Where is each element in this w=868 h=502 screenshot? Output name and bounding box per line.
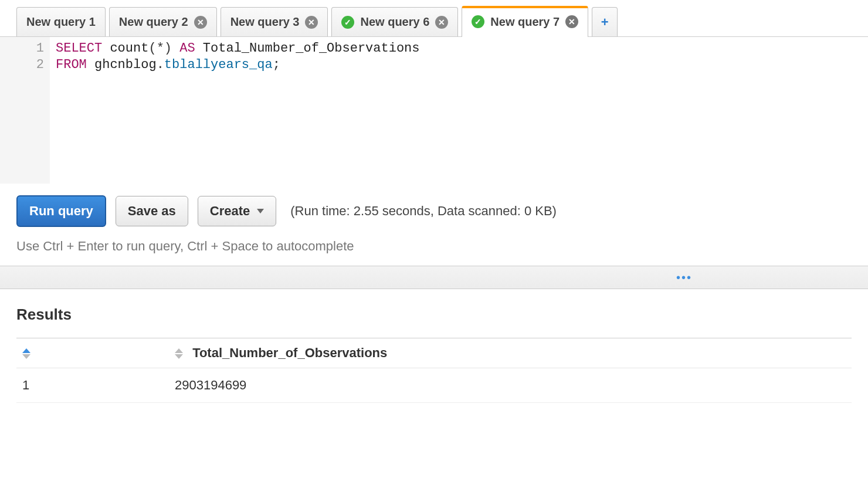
close-icon[interactable]: ✕ [194, 16, 207, 29]
tab-new-query-1[interactable]: New query 1 [16, 7, 106, 36]
table-row[interactable]: 1 2903194699 [16, 368, 852, 403]
db-name: ghcnblog [94, 57, 157, 72]
run-query-button[interactable]: Run query [16, 195, 106, 227]
alias: Total_Number_of_Observations [203, 41, 420, 56]
star: * [157, 41, 164, 56]
tab-label: New query 1 [26, 15, 96, 29]
fn-count: count [110, 41, 148, 56]
editor-gutter: 1 2 [0, 37, 50, 184]
toolbar: Run query Save as Create (Run time: 2.55… [0, 184, 868, 233]
query-editor[interactable]: 1 2 SELECT count(*) AS Total_Number_of_O… [0, 37, 868, 184]
tabs-row: New query 1 New query 2 ✕ New query 3 ✕ … [0, 0, 868, 37]
add-tab-button[interactable]: + [592, 7, 618, 36]
paren-close: ) [164, 41, 172, 56]
tab-label: New query 3 [230, 15, 300, 29]
semicolon: ; [273, 57, 280, 72]
results-heading: Results [16, 306, 852, 324]
check-icon: ✓ [472, 15, 484, 28]
kw-from: FROM [56, 57, 87, 72]
sort-icon[interactable] [175, 348, 183, 359]
row-number-header[interactable] [16, 338, 169, 368]
sort-icon[interactable] [22, 348, 30, 359]
line-number: 1 [0, 40, 44, 57]
check-icon: ✓ [341, 16, 354, 29]
plus-icon: + [601, 15, 609, 30]
tab-new-query-7[interactable]: ✓ New query 7 ✕ [462, 6, 588, 37]
tab-label: New query 2 [119, 15, 188, 29]
chevron-down-icon [257, 209, 264, 213]
dot: . [157, 57, 164, 72]
kw-select: SELECT [56, 41, 102, 56]
kw-as: AS [179, 41, 195, 56]
close-icon[interactable]: ✕ [565, 15, 578, 28]
table-header-row: Total_Number_of_Observations [16, 338, 852, 368]
shortcut-hint: Use Ctrl + Enter to run query, Ctrl + Sp… [0, 233, 868, 266]
panel-divider[interactable]: ••• [0, 266, 868, 289]
tab-new-query-2[interactable]: New query 2 ✕ [109, 7, 217, 36]
data-cell: 2903194699 [169, 368, 852, 403]
save-as-button[interactable]: Save as [116, 196, 188, 226]
table-name: tblallyears_qa [164, 57, 273, 72]
close-icon[interactable]: ✕ [435, 16, 448, 29]
run-status-text: (Run time: 2.55 seconds, Data scanned: 0… [290, 203, 557, 219]
column-header[interactable]: Total_Number_of_Observations [169, 338, 852, 368]
editor-content[interactable]: SELECT count(*) AS Total_Number_of_Obser… [50, 37, 868, 184]
column-label: Total_Number_of_Observations [192, 345, 387, 360]
create-button[interactable]: Create [198, 196, 276, 226]
close-icon[interactable]: ✕ [305, 16, 318, 29]
tab-label: New query 7 [490, 15, 560, 29]
results-table: Total_Number_of_Observations 1 290319469… [16, 338, 852, 403]
drag-handle-icon[interactable]: ••• [676, 272, 692, 283]
paren-open: ( [148, 41, 156, 56]
tab-new-query-6[interactable]: ✓ New query 6 ✕ [331, 7, 458, 36]
line-number: 2 [0, 57, 44, 73]
create-label: Create [210, 203, 250, 219]
row-number-cell: 1 [16, 368, 169, 403]
results-section: Results Total_Number_of_Observations 1 2… [0, 289, 868, 419]
tab-new-query-3[interactable]: New query 3 ✕ [221, 7, 328, 36]
tab-label: New query 6 [360, 15, 429, 29]
